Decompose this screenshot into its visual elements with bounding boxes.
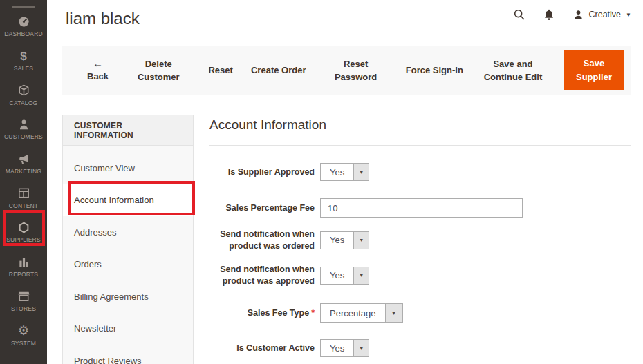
gear-glyph: ⚙	[17, 324, 29, 337]
chevron-down-icon: ▼	[353, 164, 369, 180]
section-title: Account Information	[209, 117, 326, 133]
field-notify-product-ordered: Send notification when product was order…	[209, 229, 369, 252]
panel-items: Customer View Account Information Addres…	[63, 146, 193, 364]
dollar-icon: $	[20, 49, 26, 63]
is-customer-active-select[interactable]: Yes ▼	[320, 339, 369, 357]
sidebar-item-label: DASHBOARD	[4, 30, 43, 37]
sidebar-item-suppliers[interactable]: SUPPLIERS	[0, 215, 47, 249]
is-supplier-approved-select[interactable]: Yes ▼	[320, 163, 369, 181]
field-label: Is Supplier Approved	[209, 166, 315, 178]
admin-sidebar: DASHBOARD $ SALES CATALOG CUSTOMERS	[0, 0, 47, 364]
gear-icon: ⚙	[17, 324, 29, 338]
section-divider	[209, 145, 631, 146]
field-label: Send notification when product was order…	[209, 229, 315, 252]
sidebar-item-reports[interactable]: REPORTS	[0, 249, 47, 284]
chevron-down-icon: ▼	[353, 340, 369, 356]
sidebar-item-label: CATALOG	[10, 99, 38, 106]
sales-percentage-fee-input[interactable]	[320, 198, 523, 218]
delete-customer-button[interactable]: Delete Customer	[127, 57, 190, 84]
notify-product-approved-select[interactable]: Yes ▼	[320, 267, 369, 285]
toolbar-buttons: ← Back Delete Customer Reset Create Orde…	[62, 57, 564, 84]
sidebar-item-label: REPORTS	[9, 271, 38, 278]
hexagon-icon	[17, 220, 30, 234]
account-icon	[572, 9, 584, 21]
tab-account-information[interactable]: Account Information	[63, 184, 193, 217]
field-sales-fee-type: Sales Fee Type* Percentage ▼	[209, 303, 403, 323]
tab-newsletter[interactable]: Newsletter	[63, 313, 193, 345]
magento-admin-page: DASHBOARD $ SALES CATALOG CUSTOMERS	[0, 0, 643, 364]
sidebar-divider	[12, 6, 35, 8]
notifications-bell-icon[interactable]	[543, 8, 555, 21]
save-supplier-button[interactable]: Save Supplier	[564, 50, 624, 90]
select-value: Percentage	[321, 304, 385, 322]
page-header: liam black Creative ▼	[47, 0, 643, 39]
storefront-icon	[17, 289, 30, 303]
sidebar-item-stores[interactable]: STORES	[0, 284, 47, 318]
tab-product-reviews[interactable]: Product Reviews	[63, 345, 193, 364]
cube-icon	[17, 84, 30, 97]
back-button[interactable]: ← Back	[87, 57, 109, 84]
reset-password-button[interactable]: Reset Password	[324, 57, 388, 84]
sidebar-item-label: MARKETING	[6, 168, 41, 175]
tab-addresses[interactable]: Addresses	[63, 216, 193, 249]
sales-fee-type-select[interactable]: Percentage ▼	[320, 303, 403, 323]
field-label: Is Customer Active	[209, 343, 315, 354]
back-arrow-icon: ←	[87, 57, 109, 70]
back-label: Back	[87, 71, 109, 82]
panel-header: CUSTOMER INFORMATION	[63, 115, 193, 146]
force-sign-in-button[interactable]: Force Sign-In	[406, 64, 463, 77]
sidebar-item-partners[interactable]	[0, 352, 47, 364]
chevron-down-icon: ▼	[353, 267, 369, 284]
chevron-down-icon: ▼	[626, 12, 631, 18]
sidebar-menu: DASHBOARD $ SALES CATALOG CUSTOMERS	[0, 9, 47, 364]
person-icon	[17, 117, 30, 131]
sidebar-item-label: CONTENT	[9, 202, 38, 209]
search-icon[interactable]	[513, 8, 525, 21]
customer-information-panel: CUSTOMER INFORMATION Customer View Accou…	[62, 115, 194, 364]
field-notify-product-approved: Send notification when product was appro…	[209, 264, 369, 287]
sidebar-item-label: STORES	[11, 305, 36, 312]
field-sales-percentage-fee: Sales Percentage Fee	[209, 198, 523, 218]
dashboard-gauge-icon	[17, 15, 30, 28]
reset-button[interactable]: Reset	[208, 64, 232, 77]
sidebar-item-catalog[interactable]: CATALOG	[0, 77, 47, 112]
notify-product-ordered-select[interactable]: Yes ▼	[320, 231, 369, 249]
sidebar-item-content[interactable]: CONTENT	[0, 180, 47, 215]
sidebar-item-system[interactable]: ⚙ SYSTEM	[0, 318, 47, 352]
select-value: Yes	[321, 164, 353, 180]
dollar-glyph: $	[20, 50, 26, 62]
field-is-customer-active: Is Customer Active Yes ▼	[209, 339, 369, 357]
tab-orders[interactable]: Orders	[63, 249, 193, 281]
sidebar-item-marketing[interactable]: MARKETING	[0, 146, 47, 181]
page-layout-icon	[17, 186, 30, 200]
sidebar-item-label: CUSTOMERS	[4, 133, 43, 140]
sidebar-item-dashboard[interactable]: DASHBOARD	[0, 9, 47, 44]
sidebar-item-label: SALES	[14, 65, 33, 72]
bar-chart-icon	[17, 255, 30, 269]
page-title: liam black	[66, 9, 140, 28]
sidebar-item-label: SUPPLIERS	[6, 236, 41, 243]
account-information-form: Account Information Is Supplier Approved…	[209, 115, 631, 364]
select-value: Yes	[321, 232, 353, 249]
field-label: Sales Fee Type*	[209, 307, 315, 319]
megaphone-icon	[17, 152, 30, 166]
user-menu[interactable]: Creative ▼	[572, 9, 631, 21]
chevron-down-icon: ▼	[385, 304, 402, 322]
sidebar-item-label: SYSTEM	[11, 340, 36, 347]
action-toolbar: ← Back Delete Customer Reset Create Orde…	[62, 46, 631, 95]
user-name: Creative	[589, 10, 622, 19]
save-and-continue-button[interactable]: Save and Continue Edit	[481, 57, 545, 84]
create-order-button[interactable]: Create Order	[251, 64, 306, 77]
required-asterisk: *	[311, 308, 315, 318]
field-is-supplier-approved: Is Supplier Approved Yes ▼	[209, 163, 369, 181]
sidebar-item-customers[interactable]: CUSTOMERS	[0, 112, 47, 146]
field-label: Sales Percentage Fee	[209, 202, 315, 214]
chevron-down-icon: ▼	[353, 232, 369, 249]
select-value: Yes	[321, 340, 353, 356]
header-actions: Creative ▼	[513, 8, 631, 21]
select-value: Yes	[321, 267, 353, 284]
tab-billing-agreements[interactable]: Billing Agreements	[63, 280, 193, 313]
sidebar-item-sales[interactable]: $ SALES	[0, 44, 47, 78]
tab-customer-view[interactable]: Customer View	[63, 152, 193, 184]
field-label: Send notification when product was appro…	[209, 264, 315, 287]
